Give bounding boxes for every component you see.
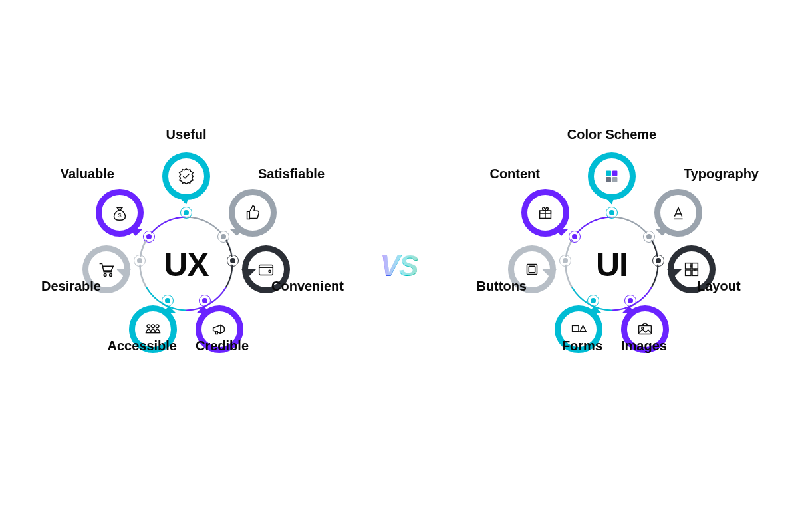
bubble-content: Content (521, 189, 569, 237)
svg-point-18 (690, 265, 692, 267)
node-dot (145, 233, 153, 241)
shapes-icon (569, 319, 589, 339)
node-dot (608, 209, 616, 217)
svg-rect-14 (686, 263, 691, 269)
square-icon (522, 259, 542, 279)
label-accessible: Accessible (107, 338, 177, 354)
bubble-color-scheme: Color Scheme (588, 152, 636, 200)
vs-label: VS (380, 249, 418, 283)
node-dot (654, 257, 662, 265)
megaphone-icon (209, 319, 229, 339)
ux-cluster: UX Useful (47, 106, 326, 426)
node-dot (571, 233, 579, 241)
svg-rect-24 (529, 266, 535, 272)
label-buttons: Buttons (476, 279, 527, 294)
image-icon (635, 319, 655, 339)
svg-rect-22 (573, 325, 579, 331)
bubble-layout: Layout (668, 245, 716, 293)
bubble-desirable: Desirable (82, 245, 130, 293)
ui-cluster: UI Color Scheme (472, 106, 751, 426)
label-valuable: Valuable (61, 166, 114, 182)
ux-title: UX (164, 245, 208, 284)
bubble-images: Images (621, 305, 669, 353)
type-icon (668, 203, 688, 223)
svg-rect-25 (540, 211, 551, 218)
bubble-useful: Useful (162, 152, 210, 200)
svg-point-21 (642, 327, 644, 329)
svg-point-4 (152, 325, 155, 328)
swatches-icon (602, 166, 622, 186)
svg-rect-23 (527, 265, 537, 275)
node-dot (645, 233, 653, 241)
svg-rect-17 (692, 270, 698, 275)
label-satisfiable: Satisfiable (258, 166, 325, 182)
svg-point-6 (104, 274, 106, 277)
svg-point-2 (269, 270, 271, 272)
label-convenient: Convenient (271, 279, 344, 294)
badge-check-icon (176, 166, 196, 186)
bubble-forms: Forms (555, 305, 602, 353)
svg-rect-12 (606, 177, 612, 182)
bubble-buttons: Buttons (508, 245, 556, 293)
label-images: Images (621, 338, 667, 354)
svg-rect-15 (692, 263, 698, 269)
node-dot (182, 209, 190, 217)
label-forms: Forms (562, 338, 602, 354)
svg-point-3 (147, 325, 150, 328)
svg-rect-10 (606, 171, 612, 176)
svg-point-5 (156, 325, 159, 328)
wallet-icon (256, 259, 276, 279)
svg-rect-1 (259, 265, 273, 275)
label-useful: Useful (166, 127, 206, 142)
bubble-satisfiable: Satisfiable (229, 189, 277, 237)
label-layout: Layout (697, 279, 741, 294)
gift-icon (535, 203, 555, 223)
thumbs-up-icon (243, 203, 263, 223)
bubble-convenient: Convenient (242, 245, 290, 293)
node-dot (229, 257, 237, 265)
svg-text:$: $ (118, 212, 122, 219)
svg-rect-11 (612, 171, 618, 176)
node-dot (626, 297, 634, 305)
diagram-stage: VS UX Use (33, 93, 765, 439)
node-dot (561, 257, 569, 265)
label-credible: Credible (196, 338, 249, 354)
label-desirable: Desirable (41, 279, 101, 294)
node-dot (136, 257, 144, 265)
svg-rect-16 (686, 270, 691, 275)
label-typography: Typography (684, 166, 759, 182)
node-dot (201, 297, 209, 305)
ui-title: UI (596, 245, 628, 284)
svg-rect-13 (612, 177, 618, 182)
svg-point-7 (110, 274, 112, 277)
people-icon (143, 319, 163, 339)
label-content: Content (489, 166, 540, 182)
cart-icon (96, 259, 116, 279)
bubble-valuable: $ Valuable (96, 189, 144, 237)
bubble-accessible: Accessible (129, 305, 177, 353)
money-bag-icon: $ (110, 203, 130, 223)
label-color-scheme: Color Scheme (567, 127, 656, 142)
svg-point-19 (694, 269, 696, 271)
puzzle-icon (682, 259, 702, 279)
bubble-typography: Typography (654, 189, 702, 237)
node-dot (219, 233, 227, 241)
node-dot (164, 297, 172, 305)
svg-rect-20 (639, 325, 652, 334)
bubble-credible: Credible (196, 305, 243, 353)
node-dot (589, 297, 597, 305)
